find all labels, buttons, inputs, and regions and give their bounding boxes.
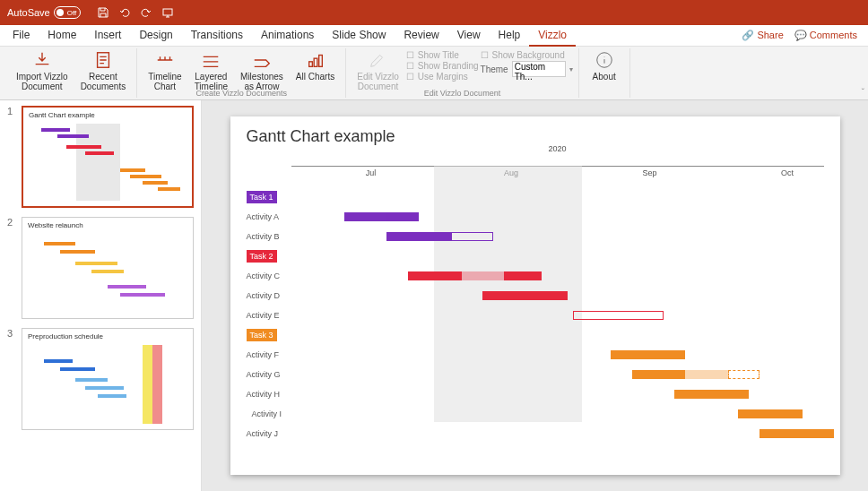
- svg-rect-2: [308, 62, 312, 67]
- activity-label: Activity E: [247, 311, 286, 320]
- recent-documents-button[interactable]: Recent Documents: [75, 48, 132, 98]
- gantt-bar: [573, 311, 664, 320]
- theme-label: Theme: [481, 65, 508, 74]
- show-title-checkbox: ☐ Show Title: [406, 50, 479, 60]
- gantt-row: Activity I: [247, 404, 824, 424]
- gantt-bar: [504, 271, 542, 280]
- slide-thumbnail[interactable]: 1Gantt Chart example: [7, 106, 194, 208]
- gantt-row: Activity B: [247, 227, 824, 246]
- show-background-checkbox: ☐ Show Background: [481, 50, 573, 60]
- activity-label: Activity D: [247, 291, 286, 300]
- slide-thumbnail-panel[interactable]: 1Gantt Chart example2Website relaunch3Pr…: [0, 100, 202, 491]
- task-label: Task 2: [247, 250, 277, 263]
- autosave-switch[interactable]: Off: [54, 6, 81, 19]
- gantt-row: Activity E: [247, 306, 824, 325]
- activity-label: Activity J: [247, 429, 286, 438]
- chevron-down-icon[interactable]: ▾: [569, 65, 573, 73]
- activity-label: Activity F: [247, 350, 286, 359]
- use-margins-checkbox: ☐ Use Margins: [406, 72, 479, 82]
- menu-design[interactable]: Design: [130, 25, 181, 47]
- svg-rect-4: [318, 56, 322, 67]
- gantt-bar: [408, 271, 461, 280]
- activity-label: Activity C: [247, 271, 286, 280]
- gantt-row: Activity G: [247, 365, 824, 384]
- svg-rect-3: [314, 58, 317, 66]
- gantt-row: Activity J: [247, 424, 824, 444]
- slide-thumbnail[interactable]: 2Website relaunch: [7, 217, 194, 319]
- comments-button[interactable]: 💬 Comments: [794, 30, 857, 41]
- ribbon: Import Vizzlo Document Recent Documents …: [0, 47, 868, 100]
- gantt-bar: [611, 350, 685, 359]
- gantt-bar: [728, 370, 760, 379]
- menubar: FileHomeInsertDesignTransitionsAnimation…: [0, 25, 868, 47]
- svg-rect-0: [163, 9, 172, 15]
- ribbon-group-edit-label: Edit Vizzlo Document: [346, 89, 577, 98]
- month-label: Jul: [366, 168, 377, 177]
- month-label: Oct: [781, 168, 794, 177]
- gantt-year: 2020: [291, 144, 824, 153]
- gantt-row: Activity A: [247, 207, 824, 227]
- show-branding-checkbox: ☐ Show Branding: [406, 61, 479, 71]
- task-label: Task 1: [247, 191, 277, 203]
- gantt-bar: [386, 232, 450, 241]
- gantt-row: Activity C: [247, 266, 824, 286]
- menu-animations[interactable]: Animations: [252, 25, 323, 47]
- about-button[interactable]: About: [585, 48, 624, 98]
- import-vizzlo-button[interactable]: Import Vizzlo Document: [11, 48, 74, 98]
- activity-label: Activity A: [247, 212, 286, 221]
- gantt-bar: [462, 271, 505, 280]
- activity-label: Activity I: [247, 409, 286, 418]
- month-label: Sep: [643, 168, 657, 177]
- menu-insert[interactable]: Insert: [85, 25, 130, 47]
- activity-label: Activity G: [247, 370, 286, 379]
- gantt-bar: [482, 291, 568, 300]
- menu-slide-show[interactable]: Slide Show: [323, 25, 395, 47]
- autosave-toggle[interactable]: AutoSave Off: [7, 6, 81, 19]
- menu-help[interactable]: Help: [490, 25, 530, 47]
- slide-canvas[interactable]: Gantt Chart example 2020 JulAugSepOct Ta…: [230, 116, 840, 475]
- activity-label: Activity B: [247, 232, 286, 241]
- gantt-bar: [760, 429, 834, 438]
- menu-home[interactable]: Home: [39, 25, 85, 47]
- collapse-ribbon-icon[interactable]: ˇ: [862, 88, 864, 98]
- titlebar: AutoSave Off: [0, 0, 868, 25]
- gantt-bar: [386, 212, 419, 221]
- gantt-row: Activity D: [247, 286, 824, 306]
- menu-transitions[interactable]: Transitions: [182, 25, 252, 47]
- quick-access-toolbar: [97, 6, 174, 19]
- activity-label: Activity H: [247, 390, 286, 399]
- gantt-bar: [674, 390, 749, 399]
- autosave-label: AutoSave: [7, 7, 50, 18]
- gantt-bar: [632, 370, 685, 379]
- theme-select[interactable]: Custom Th...: [512, 61, 566, 77]
- gantt-row: Activity H: [247, 384, 824, 404]
- gantt-bar: [451, 232, 494, 241]
- workspace: 1Gantt Chart example2Website relaunch3Pr…: [0, 100, 868, 491]
- gantt-bar: [738, 409, 802, 418]
- slide-title: Gantt Chart example: [247, 127, 824, 146]
- save-icon[interactable]: [97, 6, 109, 19]
- menu-review[interactable]: Review: [395, 25, 447, 47]
- present-icon[interactable]: [161, 6, 174, 19]
- gantt-bar: [685, 370, 728, 379]
- slide-editor[interactable]: Gantt Chart example 2020 JulAugSepOct Ta…: [202, 100, 868, 491]
- slide-thumbnail[interactable]: 3Preproduction schedule: [7, 328, 194, 430]
- gantt-row: Activity F: [247, 345, 824, 365]
- task-label: Task 3: [247, 329, 277, 341]
- gantt-chart: 2020 JulAugSepOct Task 1Activity AActivi…: [247, 157, 824, 444]
- menu-vizzlo[interactable]: Vizzlo: [529, 25, 576, 47]
- ribbon-group-create-label: Create Vizzlo Documents: [137, 89, 345, 98]
- menu-view[interactable]: View: [448, 25, 490, 47]
- redo-icon[interactable]: [140, 6, 152, 19]
- share-button[interactable]: 🔗 Share: [742, 30, 783, 41]
- menu-file[interactable]: File: [4, 25, 39, 47]
- undo-icon[interactable]: [118, 6, 131, 19]
